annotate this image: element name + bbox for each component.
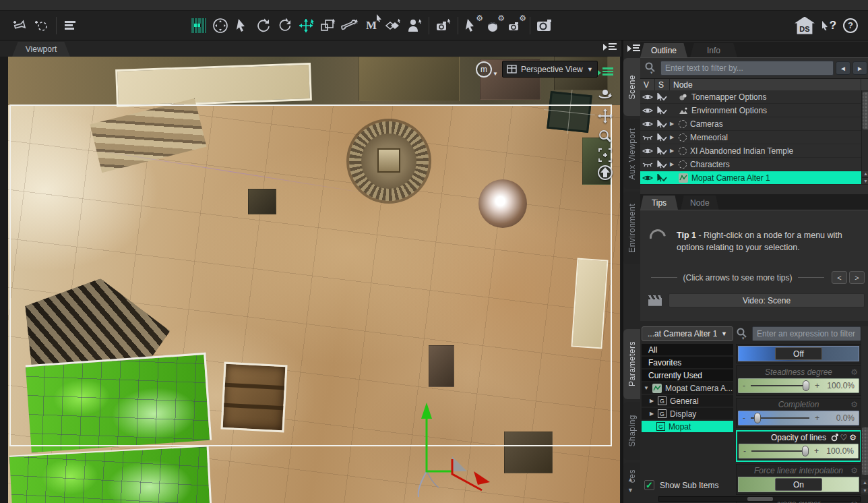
filter-prev-button[interactable]: ◄ bbox=[836, 61, 850, 75]
opacity-slider[interactable]: - + 100.0% bbox=[739, 444, 859, 458]
column-node[interactable]: Node bbox=[670, 79, 861, 90]
collapse-icon[interactable]: ▼ bbox=[644, 385, 650, 391]
slider-handle[interactable] bbox=[754, 413, 761, 423]
expand-icon[interactable]: ▶ bbox=[650, 398, 656, 404]
viewport-m-badge[interactable]: m bbox=[476, 61, 492, 78]
toggle-off-track[interactable]: Off bbox=[738, 346, 859, 361]
off-button[interactable]: Off bbox=[775, 347, 822, 360]
param-group-all[interactable]: All bbox=[642, 344, 733, 357]
camera-settings-icon[interactable]: ⚙ bbox=[505, 15, 526, 36]
node-selector-dropdown[interactable]: ...at Camera Alter 1 ▼ bbox=[642, 326, 733, 341]
zoom-view-icon[interactable] bbox=[596, 127, 615, 146]
param-group-favorites[interactable]: Favorites bbox=[642, 357, 733, 369]
column-selectable[interactable]: S bbox=[655, 79, 670, 90]
video-scene-button[interactable]: Video: Scene bbox=[669, 293, 865, 307]
tab-environment[interactable]: Environment bbox=[623, 191, 640, 264]
pointer-check-icon[interactable] bbox=[655, 107, 670, 115]
pointer-settings-icon[interactable]: ⚙ bbox=[462, 15, 483, 36]
pointer-check-icon[interactable] bbox=[655, 174, 670, 182]
tab-info[interactable]: Info bbox=[690, 43, 737, 57]
gear-icon[interactable]: ⚙ bbox=[850, 367, 858, 377]
parameters-hscrollbar[interactable] bbox=[658, 496, 861, 502]
pointer-check-icon[interactable] bbox=[655, 93, 670, 101]
search-icon[interactable]: ▾ bbox=[644, 61, 660, 76]
tree-row-memeorial[interactable]: ▶ Memeorial bbox=[640, 131, 868, 144]
bone-tool-icon[interactable] bbox=[339, 15, 361, 36]
steadiness-slider[interactable]: - + 100.0% bbox=[738, 378, 859, 393]
pointer-check-icon[interactable] bbox=[655, 160, 670, 169]
tree-row-characters[interactable]: ▶ Characters bbox=[640, 158, 868, 171]
param-tree-mopat-camera[interactable]: ▼ Mopat Camera A... bbox=[642, 382, 733, 395]
eye-open-icon[interactable] bbox=[640, 121, 655, 127]
slider-handle[interactable] bbox=[802, 446, 809, 456]
reset-view-icon[interactable] bbox=[596, 163, 615, 182]
pointer-check-icon[interactable] bbox=[655, 147, 670, 155]
surface-tool-icon[interactable] bbox=[382, 15, 404, 36]
pointer-check-icon[interactable] bbox=[655, 120, 670, 128]
expand-icon[interactable]: ▶ bbox=[670, 134, 677, 140]
next-tip-button[interactable]: > bbox=[849, 271, 865, 284]
viewport-3d[interactable]: m ▼ Perspective View ▼ bbox=[8, 57, 620, 503]
gear-icon[interactable]: ⚙ bbox=[850, 466, 858, 475]
pan-view-icon[interactable] bbox=[596, 107, 615, 125]
tab-aux-viewport[interactable]: Aux Viewport bbox=[623, 119, 640, 189]
sphere-settings-icon[interactable]: ⚙ bbox=[483, 15, 505, 36]
prev-tip-button[interactable]: < bbox=[832, 271, 847, 284]
param-tree-display[interactable]: ▶ GDisplay bbox=[642, 408, 733, 421]
eye-open-icon[interactable] bbox=[640, 148, 655, 154]
new-camera-icon[interactable] bbox=[9, 15, 31, 36]
orbit-view-icon[interactable] bbox=[596, 85, 615, 104]
frame-selection-icon[interactable] bbox=[596, 146, 615, 165]
daz-home-icon[interactable]: DS bbox=[791, 15, 818, 36]
scale-tool-icon[interactable] bbox=[317, 15, 339, 36]
tab-parameters[interactable]: Parameters bbox=[623, 329, 640, 399]
rail-scroll-down-icon[interactable]: ▼ bbox=[627, 487, 633, 494]
eye-open-icon[interactable] bbox=[640, 175, 655, 181]
render-camera-icon[interactable] bbox=[534, 15, 555, 36]
tab-tips[interactable]: Tips bbox=[640, 196, 678, 210]
tree-row-environment[interactable]: Environment Options bbox=[640, 104, 868, 117]
translate-tool-icon[interactable] bbox=[296, 15, 317, 36]
tree-row-tonemapper[interactable]: Tonemapper Options bbox=[640, 90, 868, 104]
whats-this-icon[interactable]: ? bbox=[818, 15, 840, 36]
scroll-up-icon[interactable]: ▲ bbox=[861, 170, 868, 177]
minus-button[interactable]: - bbox=[743, 446, 746, 456]
tab-node[interactable]: Node bbox=[681, 196, 719, 210]
minus-button[interactable]: - bbox=[743, 413, 745, 423]
link-icon[interactable] bbox=[831, 434, 838, 442]
eye-closed-icon[interactable] bbox=[640, 134, 655, 141]
favorite-heart-icon[interactable]: ♡ bbox=[840, 433, 848, 442]
column-visible[interactable]: V bbox=[640, 79, 655, 90]
expand-icon[interactable]: ▶ bbox=[670, 121, 677, 127]
new-node-icon[interactable] bbox=[31, 15, 53, 36]
tree-row-cameras[interactable]: ▶ Cameras bbox=[640, 117, 868, 131]
view-selector-dropdown[interactable]: Perspective View ▼ bbox=[502, 61, 598, 78]
camera-cursor-icon[interactable] bbox=[433, 15, 454, 36]
tab-viewport[interactable]: Viewport bbox=[12, 42, 70, 57]
draw-style-icon[interactable] bbox=[596, 62, 615, 81]
tree-row-temple[interactable]: ▶ XI Abandoned Indian Temple bbox=[640, 144, 868, 158]
outline-filter-input[interactable] bbox=[660, 61, 834, 76]
viewport-pane-options-icon[interactable] bbox=[603, 42, 618, 53]
plus-button[interactable]: + bbox=[815, 381, 819, 390]
scene-list-icon[interactable] bbox=[60, 15, 82, 36]
parameters-scrollbar[interactable] bbox=[861, 326, 868, 495]
checkbox-checked-icon[interactable]: ✓ bbox=[644, 480, 654, 490]
activity-grid-icon[interactable] bbox=[188, 15, 210, 36]
scroll-down-icon[interactable]: ▼ bbox=[861, 177, 868, 185]
filter-next-button[interactable]: ► bbox=[852, 61, 867, 75]
plus-button[interactable]: + bbox=[814, 446, 819, 456]
show-sub-items-row[interactable]: ✓ Show Sub Items bbox=[644, 480, 718, 490]
scroll-down-icon[interactable]: ▼ bbox=[861, 487, 868, 494]
view-navigation-cube[interactable] bbox=[547, 91, 592, 133]
tab-outline[interactable]: Outline bbox=[640, 43, 687, 57]
universal-tool-icon[interactable] bbox=[210, 15, 231, 36]
expand-icon[interactable]: ▶ bbox=[670, 148, 677, 154]
rotate-tool-icon[interactable] bbox=[274, 15, 296, 36]
param-tree-general[interactable]: ▶ GGeneral bbox=[642, 395, 733, 408]
help-icon[interactable]: ? bbox=[840, 15, 861, 36]
gear-icon[interactable]: ⚙ bbox=[850, 400, 858, 409]
tree-row-mopat-camera[interactable]: Mopat Camera Alter 1 bbox=[640, 171, 868, 185]
expand-icon[interactable]: ▶ bbox=[670, 161, 677, 167]
tab-shaping[interactable]: Shaping bbox=[623, 402, 640, 460]
